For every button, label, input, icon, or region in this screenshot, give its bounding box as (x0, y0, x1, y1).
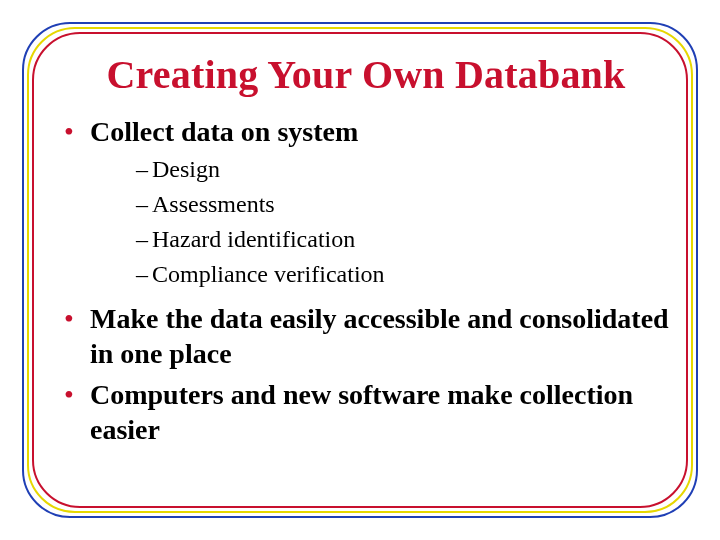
slide-title: Creating Your Own Databank (60, 54, 672, 96)
bullet-item: Make the data easily accessible and cons… (60, 301, 672, 371)
sub-bullet-item: –Design (136, 153, 672, 186)
bullet-item: Collect data on system –Design –Assessme… (60, 114, 672, 291)
sub-bullet-item: –Assessments (136, 188, 672, 221)
bullet-list: Collect data on system –Design –Assessme… (60, 114, 672, 447)
sub-bullet-text: Compliance verification (152, 261, 385, 287)
dash-icon: – (136, 188, 152, 221)
bullet-item: Computers and new software make collecti… (60, 377, 672, 447)
bullet-text: Collect data on system (90, 116, 358, 147)
sub-bullet-text: Design (152, 156, 220, 182)
sub-bullet-item: –Hazard identification (136, 223, 672, 256)
slide-content: Creating Your Own Databank Collect data … (60, 48, 672, 500)
sub-bullet-list: –Design –Assessments –Hazard identificat… (90, 153, 672, 291)
sub-bullet-item: –Compliance verification (136, 258, 672, 291)
bullet-text: Make the data easily accessible and cons… (90, 303, 669, 369)
sub-bullet-text: Assessments (152, 191, 275, 217)
slide: Creating Your Own Databank Collect data … (0, 0, 720, 540)
dash-icon: – (136, 223, 152, 256)
dash-icon: – (136, 153, 152, 186)
sub-bullet-text: Hazard identification (152, 226, 355, 252)
dash-icon: – (136, 258, 152, 291)
bullet-text: Computers and new software make collecti… (90, 379, 633, 445)
